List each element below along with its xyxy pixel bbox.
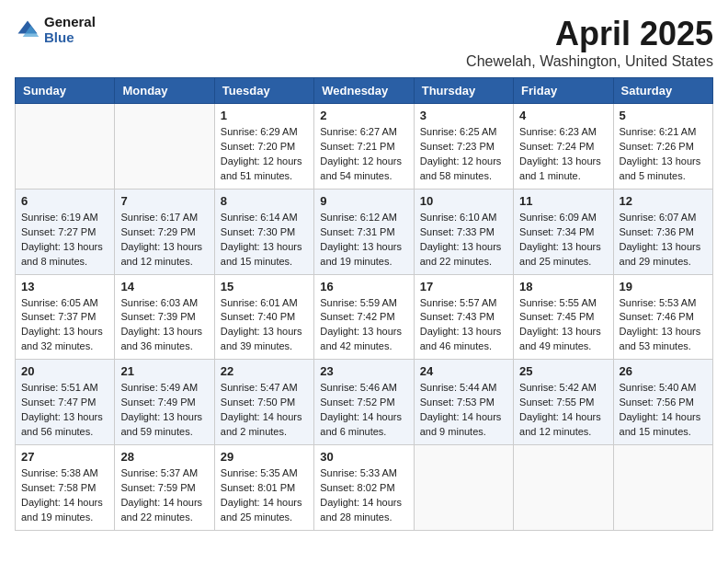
day-info: Sunrise: 5:44 AM Sunset: 7:53 PM Dayligh…	[420, 381, 507, 440]
day-info: Sunrise: 6:09 AM Sunset: 7:34 PM Dayligh…	[519, 211, 607, 270]
day-info: Sunrise: 6:23 AM Sunset: 7:24 PM Dayligh…	[519, 125, 607, 184]
day-number: 23	[320, 364, 407, 378]
calendar-cell: 3Sunrise: 6:25 AM Sunset: 7:23 PM Daylig…	[414, 104, 513, 190]
day-info: Sunrise: 6:17 AM Sunset: 7:29 PM Dayligh…	[120, 211, 208, 270]
day-info: Sunrise: 6:14 AM Sunset: 7:30 PM Dayligh…	[221, 211, 308, 270]
day-number: 21	[120, 364, 208, 378]
calendar-cell: 4Sunrise: 6:23 AM Sunset: 7:24 PM Daylig…	[514, 104, 613, 190]
day-info: Sunrise: 5:42 AM Sunset: 7:55 PM Dayligh…	[519, 381, 607, 440]
month-title: April 2025	[466, 15, 713, 53]
logo: General Blue	[15, 15, 96, 45]
title-area: April 2025 Chewelah, Washington, United …	[466, 15, 713, 70]
day-number: 2	[320, 109, 407, 122]
day-number: 27	[21, 450, 108, 464]
day-number: 3	[420, 109, 507, 122]
calendar-cell: 20Sunrise: 5:51 AM Sunset: 7:47 PM Dayli…	[16, 360, 115, 445]
logo-text: General Blue	[44, 15, 96, 45]
day-number: 29	[221, 450, 308, 464]
calendar-week-5: 27Sunrise: 5:38 AM Sunset: 7:58 PM Dayli…	[16, 445, 713, 531]
calendar-cell	[414, 445, 513, 531]
calendar-cell: 24Sunrise: 5:44 AM Sunset: 7:53 PM Dayli…	[414, 360, 513, 445]
calendar-cell: 2Sunrise: 6:27 AM Sunset: 7:21 PM Daylig…	[314, 104, 414, 190]
calendar-cell: 9Sunrise: 6:12 AM Sunset: 7:31 PM Daylig…	[314, 189, 414, 274]
day-number: 14	[120, 280, 208, 293]
calendar-cell: 15Sunrise: 6:01 AM Sunset: 7:40 PM Dayli…	[214, 274, 313, 360]
header-cell-friday: Friday	[514, 78, 613, 104]
day-info: Sunrise: 5:57 AM Sunset: 7:43 PM Dayligh…	[420, 296, 507, 355]
calendar-body: 1Sunrise: 6:29 AM Sunset: 7:20 PM Daylig…	[16, 104, 713, 531]
calendar-cell: 1Sunrise: 6:29 AM Sunset: 7:20 PM Daylig…	[214, 104, 313, 190]
day-info: Sunrise: 5:55 AM Sunset: 7:45 PM Dayligh…	[519, 296, 607, 355]
day-number: 12	[620, 194, 707, 208]
day-info: Sunrise: 6:21 AM Sunset: 7:26 PM Dayligh…	[620, 125, 707, 184]
day-info: Sunrise: 5:49 AM Sunset: 7:49 PM Dayligh…	[120, 381, 208, 440]
day-number: 16	[320, 280, 407, 293]
day-number: 17	[420, 280, 507, 293]
day-number: 4	[519, 109, 607, 122]
calendar-cell: 17Sunrise: 5:57 AM Sunset: 7:43 PM Dayli…	[414, 274, 513, 360]
calendar-week-2: 6Sunrise: 6:19 AM Sunset: 7:27 PM Daylig…	[16, 189, 713, 274]
header: General Blue April 2025 Chewelah, Washin…	[15, 15, 713, 70]
day-number: 26	[620, 364, 707, 378]
calendar-cell: 18Sunrise: 5:55 AM Sunset: 7:45 PM Dayli…	[514, 274, 613, 360]
day-info: Sunrise: 5:38 AM Sunset: 7:58 PM Dayligh…	[21, 466, 108, 525]
day-info: Sunrise: 6:07 AM Sunset: 7:36 PM Dayligh…	[620, 211, 707, 270]
day-number: 7	[120, 194, 208, 208]
calendar-cell: 27Sunrise: 5:38 AM Sunset: 7:58 PM Dayli…	[16, 445, 115, 531]
day-number: 8	[221, 194, 308, 208]
day-info: Sunrise: 5:46 AM Sunset: 7:52 PM Dayligh…	[320, 381, 407, 440]
day-info: Sunrise: 5:51 AM Sunset: 7:47 PM Dayligh…	[21, 381, 108, 440]
logo-blue-text: Blue	[44, 30, 96, 46]
calendar-week-3: 13Sunrise: 6:05 AM Sunset: 7:37 PM Dayli…	[16, 274, 713, 360]
day-info: Sunrise: 5:53 AM Sunset: 7:46 PM Dayligh…	[620, 296, 707, 355]
calendar-week-1: 1Sunrise: 6:29 AM Sunset: 7:20 PM Daylig…	[16, 104, 713, 190]
day-info: Sunrise: 5:59 AM Sunset: 7:42 PM Dayligh…	[320, 296, 407, 355]
calendar-cell: 23Sunrise: 5:46 AM Sunset: 7:52 PM Dayli…	[314, 360, 414, 445]
calendar-cell: 19Sunrise: 5:53 AM Sunset: 7:46 PM Dayli…	[613, 274, 712, 360]
calendar-cell: 25Sunrise: 5:42 AM Sunset: 7:55 PM Dayli…	[514, 360, 613, 445]
calendar-cell: 13Sunrise: 6:05 AM Sunset: 7:37 PM Dayli…	[16, 274, 115, 360]
day-info: Sunrise: 6:12 AM Sunset: 7:31 PM Dayligh…	[320, 211, 407, 270]
calendar-cell	[514, 445, 613, 531]
header-cell-monday: Monday	[115, 78, 214, 104]
day-number: 25	[519, 364, 607, 378]
calendar: SundayMondayTuesdayWednesdayThursdayFrid…	[15, 77, 713, 531]
calendar-cell: 26Sunrise: 5:40 AM Sunset: 7:56 PM Dayli…	[613, 360, 712, 445]
day-info: Sunrise: 6:29 AM Sunset: 7:20 PM Dayligh…	[221, 125, 308, 184]
day-number: 5	[620, 109, 707, 122]
location-title: Chewelah, Washington, United States	[466, 53, 713, 70]
calendar-cell: 7Sunrise: 6:17 AM Sunset: 7:29 PM Daylig…	[115, 189, 214, 274]
calendar-cell: 14Sunrise: 6:03 AM Sunset: 7:39 PM Dayli…	[115, 274, 214, 360]
day-info: Sunrise: 6:03 AM Sunset: 7:39 PM Dayligh…	[120, 296, 208, 355]
day-number: 15	[221, 280, 308, 293]
calendar-cell: 5Sunrise: 6:21 AM Sunset: 7:26 PM Daylig…	[613, 104, 712, 190]
day-info: Sunrise: 6:25 AM Sunset: 7:23 PM Dayligh…	[420, 125, 507, 184]
calendar-cell	[613, 445, 712, 531]
calendar-cell	[115, 104, 214, 190]
calendar-cell: 8Sunrise: 6:14 AM Sunset: 7:30 PM Daylig…	[214, 189, 313, 274]
calendar-cell: 12Sunrise: 6:07 AM Sunset: 7:36 PM Dayli…	[613, 189, 712, 274]
logo-icon	[15, 17, 40, 43]
calendar-cell: 6Sunrise: 6:19 AM Sunset: 7:27 PM Daylig…	[16, 189, 115, 274]
day-info: Sunrise: 6:01 AM Sunset: 7:40 PM Dayligh…	[221, 296, 308, 355]
header-cell-wednesday: Wednesday	[314, 78, 414, 104]
day-info: Sunrise: 5:37 AM Sunset: 7:59 PM Dayligh…	[120, 466, 208, 525]
header-cell-tuesday: Tuesday	[214, 78, 313, 104]
day-number: 28	[120, 450, 208, 464]
calendar-cell: 30Sunrise: 5:33 AM Sunset: 8:02 PM Dayli…	[314, 445, 414, 531]
day-number: 10	[420, 194, 507, 208]
calendar-week-4: 20Sunrise: 5:51 AM Sunset: 7:47 PM Dayli…	[16, 360, 713, 445]
calendar-cell: 29Sunrise: 5:35 AM Sunset: 8:01 PM Dayli…	[214, 445, 313, 531]
header-cell-sunday: Sunday	[16, 78, 115, 104]
calendar-cell: 10Sunrise: 6:10 AM Sunset: 7:33 PM Dayli…	[414, 189, 513, 274]
day-info: Sunrise: 5:35 AM Sunset: 8:01 PM Dayligh…	[221, 466, 308, 525]
day-number: 30	[320, 450, 407, 464]
day-info: Sunrise: 5:40 AM Sunset: 7:56 PM Dayligh…	[620, 381, 707, 440]
calendar-cell: 11Sunrise: 6:09 AM Sunset: 7:34 PM Dayli…	[514, 189, 613, 274]
day-info: Sunrise: 5:47 AM Sunset: 7:50 PM Dayligh…	[221, 381, 308, 440]
day-number: 20	[21, 364, 108, 378]
logo-general-text: General	[44, 15, 96, 30]
header-row: SundayMondayTuesdayWednesdayThursdayFrid…	[16, 78, 713, 104]
day-info: Sunrise: 6:19 AM Sunset: 7:27 PM Dayligh…	[21, 211, 108, 270]
day-number: 18	[519, 280, 607, 293]
